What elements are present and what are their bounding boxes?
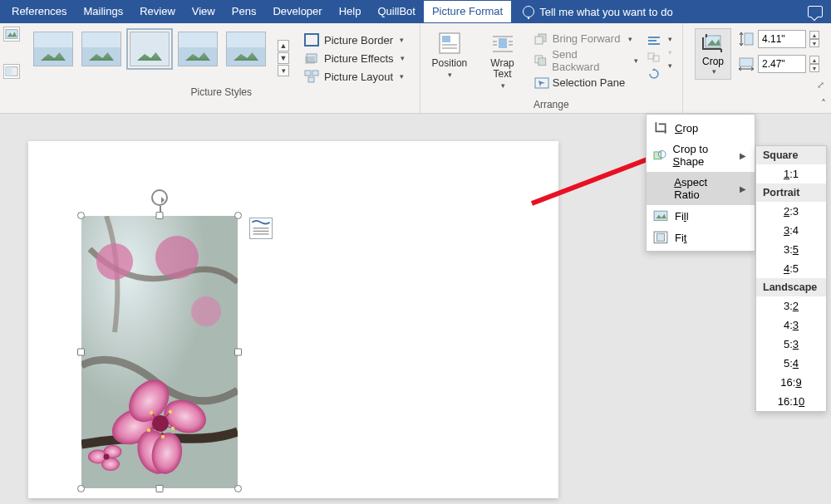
style-thumb-5[interactable] [226,32,266,66]
svg-rect-23 [538,58,546,66]
group-chevron: ▾ [668,48,672,56]
ratio-2-3[interactable]: 2:3 [756,202,826,221]
selected-picture[interactable] [81,216,238,488]
resize-handle-t[interactable] [156,212,164,219]
bring-forward-label: Bring Forward [553,32,621,45]
resize-handle-r[interactable] [234,349,242,356]
rotate-chevron[interactable]: ▾ [668,61,672,70]
ratio-3-4[interactable]: 3:4 [756,221,826,240]
ratio-16-10[interactable]: 16:10 [756,392,826,411]
ratio-4-3[interactable]: 4:3 [756,316,826,335]
align-button[interactable] [647,35,661,46]
svg-point-53 [147,428,150,432]
crop-menu-icon [653,121,668,135]
resize-handle-l[interactable] [77,349,85,356]
picture-styles-gallery[interactable]: ▲▼▾ [28,27,297,85]
wrap-text-button[interactable]: Wrap Text▾ [474,27,530,97]
picture-effects-button[interactable]: Picture Effects▾ [301,50,408,66]
ratio-1-1[interactable]: 1:1 [756,164,826,183]
menu-item-aspect-ratio[interactable]: Aspect Ratio ▶ [647,172,755,205]
ratio-16-9[interactable]: 16:9 [756,373,826,392]
menu-item-fill-label: Fill [675,210,689,223]
ratio-4-5[interactable]: 4:5 [756,259,826,278]
ratio-3-2[interactable]: 3:2 [756,296,826,316]
border-icon [304,33,319,46]
group-arrange: Position▾ Wrap Text▾ Bring Forward▾ Send… [420,23,683,113]
picture-border-button[interactable]: Picture Border▾ [301,32,408,48]
svg-rect-0 [6,30,17,39]
resize-handle-bl[interactable] [77,485,85,492]
collapse-ribbon[interactable]: ˄ [821,98,826,110]
send-backward-icon [534,55,549,66]
tabs: References Mailings Review View Pens Dev… [3,1,511,22]
svg-point-57 [101,458,120,471]
svg-rect-66 [654,211,667,220]
svg-rect-31 [745,33,753,45]
selection-pane-button[interactable]: Selection Pane [531,76,642,90]
svg-rect-6 [305,71,311,76]
ratio-5-4[interactable]: 5:4 [756,354,826,373]
style-thumb-2[interactable] [81,32,121,66]
ratio-5-3[interactable]: 5:3 [756,335,826,354]
tab-help[interactable]: Help [331,1,370,22]
resize-handle-tl[interactable] [77,212,85,219]
crop-button[interactable]: Crop ▾ [695,28,731,80]
ribbon: ▲▼▾ Picture Border▾ Picture Effects▾ Pic… [0,23,831,114]
tab-mailings[interactable]: Mailings [75,1,131,22]
resize-handle-br[interactable] [234,485,242,492]
menu-item-aspect-label: Aspect Ratio [674,176,733,201]
width-input[interactable]: 2.47" [758,55,806,73]
comments-icon[interactable] [808,6,823,17]
height-spinner[interactable]: ▲▼ [809,31,819,47]
group-button [647,51,661,63]
tab-developer[interactable]: Developer [264,1,330,22]
svg-rect-3 [305,34,318,46]
menu-item-fit[interactable]: Fit [647,227,755,248]
layout-options-button[interactable] [249,218,273,239]
corrections-button[interactable] [3,27,20,42]
tab-references[interactable]: References [3,1,75,22]
svg-point-54 [161,435,165,438]
selection-pane-label: Selection Pane [553,76,625,89]
position-icon [436,30,463,56]
menu-item-fill[interactable]: Fill [647,205,755,227]
picture-layout-button[interactable]: Picture Layout▾ [301,68,408,85]
style-thumb-4[interactable] [178,32,218,66]
group-size: Crop ▾ 4.11" ▲▼ 2.47" ▲▼ ⤢ [683,23,831,113]
svg-rect-10 [442,36,450,42]
svg-rect-8 [308,77,314,82]
tab-picture-format[interactable]: Picture Format [424,1,511,22]
position-button[interactable]: Position▾ [425,27,475,97]
rotate-handle[interactable] [151,189,168,206]
menu-item-crop[interactable]: Crop [647,117,755,139]
tab-pens[interactable]: Pens [224,1,265,22]
tab-review[interactable]: Review [131,1,184,22]
ratio-header-portrait: Portrait [756,183,826,202]
fill-icon [653,209,668,223]
style-thumb-3[interactable] [130,32,170,66]
color-button[interactable] [3,64,20,79]
quick-adjust-stack [0,23,23,113]
style-thumb-1[interactable] [33,32,73,66]
styles-more[interactable]: ▲▼▾ [278,32,289,85]
width-spinner[interactable]: ▲▼ [809,56,819,72]
aspect-ratio-icon [653,182,667,195]
height-input[interactable]: 4.11" [758,30,806,48]
tell-me-search[interactable]: Tell me what you want to do [523,6,672,18]
tab-quillbot[interactable]: QuillBot [369,1,424,22]
svg-rect-64 [654,152,661,159]
submenu-arrow-icon: ▶ [740,184,746,193]
bring-forward-button: Bring Forward▾ [531,32,642,46]
rotate-button[interactable] [647,68,661,80]
svg-rect-5 [305,56,315,64]
align-chevron[interactable]: ▾ [668,35,672,43]
tab-view[interactable]: View [184,1,224,22]
resize-handle-b[interactable] [156,485,164,492]
send-backward-label: Send Backward [552,48,626,73]
menu-item-crop-to-shape[interactable]: Crop to Shape ▶ [647,139,755,172]
wrap-text-label: Wrap Text [490,57,514,80]
menu-item-fit-label: Fit [675,232,686,244]
ratio-3-5[interactable]: 3:5 [756,240,826,259]
resize-handle-tr[interactable] [234,212,242,219]
size-dialog-launcher[interactable]: ⤢ [817,80,826,91]
